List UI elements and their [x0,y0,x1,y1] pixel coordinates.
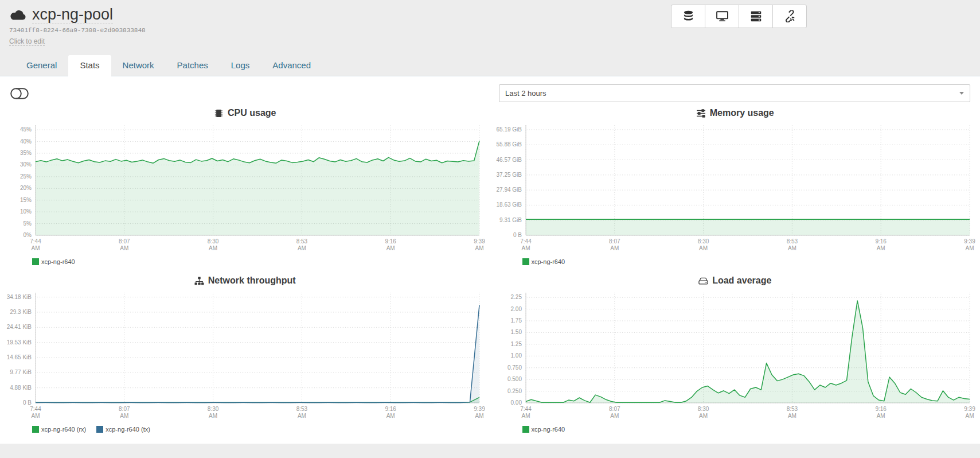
svg-text:65.19 GiB: 65.19 GiB [496,126,522,133]
svg-text:2.00: 2.00 [510,306,522,312]
svg-text:9:16: 9:16 [875,406,887,412]
chart-svg: 0%5%10%15%20%25%30%35%40%45%7:44AM8:07AM… [2,119,485,256]
legend-item[interactable]: xcp-ng-r640 (rx) [32,426,86,433]
granularity-toggle-button[interactable] [10,87,29,100]
svg-text:8:30: 8:30 [697,238,709,244]
svg-text:9.77 KiB: 9.77 KiB [10,369,32,375]
svg-text:AM: AM [699,413,708,419]
svg-text:19.53 KiB: 19.53 KiB [7,339,32,346]
svg-text:8:07: 8:07 [609,238,620,244]
memory-usage-plot: 0 B9.31 GiB18.63 GiB27.94 GiB37.25 GiB46… [493,119,978,256]
svg-text:24.41 KiB: 24.41 KiB [7,324,32,330]
legend-label: xcp-ng-r640 [532,426,565,433]
legend-label: xcp-ng-r640 [41,258,75,265]
legend-item[interactable]: xcp-ng-r640 [522,258,565,265]
chart-title-text: CPU usage [228,108,276,118]
svg-text:AM: AM [209,413,217,419]
svg-text:0 B: 0 B [513,232,521,238]
svg-text:9:39: 9:39 [474,238,485,244]
pool-title[interactable]: xcp-ng-pool [32,6,113,24]
tab-network[interactable]: Network [111,55,166,76]
svg-text:7:44: 7:44 [30,238,41,244]
svg-text:AM: AM [120,413,128,419]
chart-title-text: Network throughput [208,275,296,286]
charts-grid: CPU usage 0%5%10%15%20%25%30%35%40%45%7:… [0,108,980,433]
toggle-off-icon [10,87,29,100]
memory-usage-legend: xcp-ng-r640 [493,258,978,265]
load-average-plot: 0.000.2500.5000.7501.001.251.501.752.002… [493,287,978,424]
svg-text:46.57 GiB: 46.57 GiB [496,157,522,163]
server-icon [750,10,762,22]
svg-text:8:30: 8:30 [697,406,709,412]
svg-text:18.63 GiB: 18.63 GiB [496,201,522,208]
svg-text:AM: AM [475,245,484,251]
svg-text:1.25: 1.25 [510,341,522,347]
svg-text:1.75: 1.75 [510,317,522,324]
broken-link-icon [784,10,796,22]
svg-text:AM: AM [876,413,885,419]
svg-text:9.31 GiB: 9.31 GiB [499,217,522,223]
svg-text:AM: AM [475,413,484,419]
legend-item[interactable]: xcp-ng-r640 [522,426,565,433]
cpu-usage-plot: 0%5%10%15%20%25%30%35%40%45%7:44AM8:07AM… [2,119,488,256]
disconnect-action-button[interactable] [772,5,807,28]
cpu-usage-legend: xcp-ng-r640 [2,258,488,265]
tab-logs[interactable]: Logs [220,55,261,76]
tab-patches[interactable]: Patches [166,55,220,76]
storage-action-button[interactable] [671,5,705,28]
legend-item[interactable]: xcp-ng-r640 [32,258,75,265]
svg-text:8:07: 8:07 [119,238,130,244]
svg-text:AM: AM [120,245,128,251]
svg-text:AM: AM [32,413,40,419]
svg-text:1.00: 1.00 [510,352,522,359]
hdd-icon [698,276,708,286]
legend-item[interactable]: xcp-ng-r640 (tx) [96,426,150,433]
legend-swatch [522,426,529,433]
svg-text:AM: AM [298,413,306,419]
svg-text:14.65 KiB: 14.65 KiB [7,354,32,360]
svg-text:9:16: 9:16 [385,238,396,244]
svg-text:40%: 40% [20,138,32,145]
svg-text:8:53: 8:53 [786,406,798,412]
console-action-button[interactable] [705,5,739,28]
chart-title-text: Load average [712,275,771,286]
svg-text:AM: AM [787,245,796,251]
network-throughput-plot: 0 B4.88 KiB9.77 KiB14.65 KiB19.53 KiB24.… [2,287,488,424]
tab-advanced[interactable]: Advanced [261,55,322,76]
svg-text:27.94 GiB: 27.94 GiB [496,187,522,193]
click-to-edit-hint[interactable]: Click to edit [9,37,45,46]
chart-title-text: Memory usage [710,108,774,118]
chart-svg: 0 B4.88 KiB9.77 KiB14.65 KiB19.53 KiB24.… [2,287,485,424]
svg-text:9:39: 9:39 [964,238,975,244]
svg-text:AM: AM [386,245,395,251]
network-throughput-legend: xcp-ng-r640 (rx)xcp-ng-r640 (tx) [2,426,488,433]
sitemap-icon [194,276,204,286]
legend-swatch [32,258,39,265]
database-icon [682,10,694,22]
svg-text:AM: AM [209,245,217,251]
legend-label: xcp-ng-r640 (tx) [106,426,150,433]
legend-swatch [32,426,39,433]
svg-text:0.250: 0.250 [507,388,521,394]
svg-text:AM: AM [386,413,395,419]
time-range-select[interactable]: Last 2 hours [499,84,970,102]
svg-text:AM: AM [610,245,619,251]
svg-text:AM: AM [699,245,708,251]
cloud-icon [9,9,26,21]
svg-text:8:53: 8:53 [296,406,308,412]
tab-general[interactable]: General [15,55,68,76]
svg-text:AM: AM [965,413,974,419]
svg-text:4.88 KiB: 4.88 KiB [10,385,32,391]
tab-stats[interactable]: Stats [68,55,111,83]
chart-svg: 0.000.2500.5000.7501.001.251.501.752.002… [493,287,975,424]
svg-text:AM: AM [787,413,796,419]
svg-text:5%: 5% [24,220,32,227]
svg-text:7:44: 7:44 [520,406,532,412]
svg-text:AM: AM [610,413,619,419]
svg-text:8:07: 8:07 [119,406,130,412]
microchip-icon [214,108,224,118]
svg-text:8:07: 8:07 [609,406,620,412]
network-throughput-title: Network throughput [2,275,488,286]
server-action-button[interactable] [739,5,773,28]
pool-uuid: 73401ff8-8224-66a9-7308-e2d003833848 [9,27,971,34]
